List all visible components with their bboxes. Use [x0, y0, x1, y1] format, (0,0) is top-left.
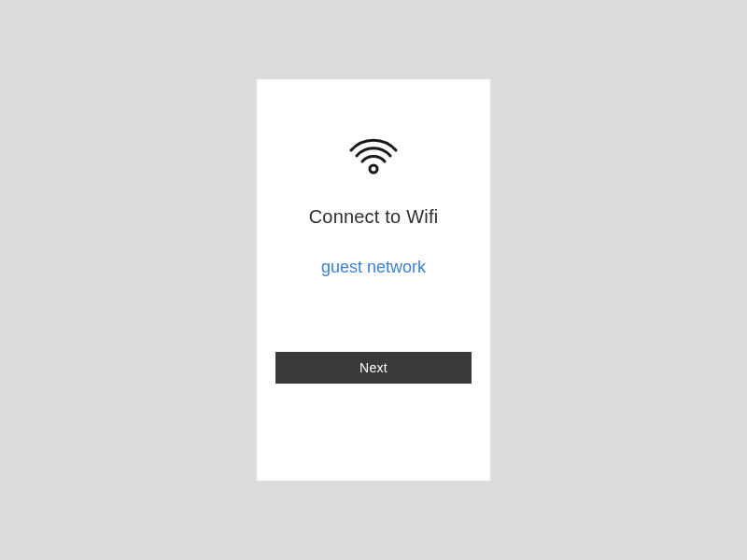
- wifi-setup-card: Connect to Wifi guest network Next: [257, 79, 490, 481]
- wifi-title: Connect to Wifi: [309, 206, 439, 228]
- wifi-network-link[interactable]: guest network: [321, 258, 426, 277]
- next-button[interactable]: Next: [275, 352, 472, 384]
- wifi-icon: [345, 135, 402, 180]
- svg-point-0: [370, 165, 377, 173]
